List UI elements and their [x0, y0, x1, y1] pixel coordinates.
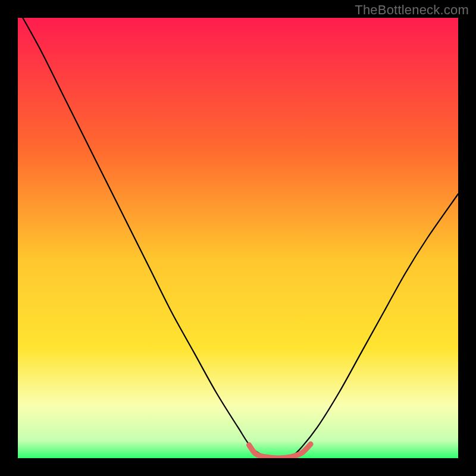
valley-highlight — [249, 444, 311, 458]
plot-svg — [18, 18, 458, 458]
watermark-text: TheBottleneck.com — [355, 2, 469, 18]
bottleneck-curve — [18, 18, 458, 458]
chart-frame: TheBottleneck.com — [0, 0, 476, 476]
